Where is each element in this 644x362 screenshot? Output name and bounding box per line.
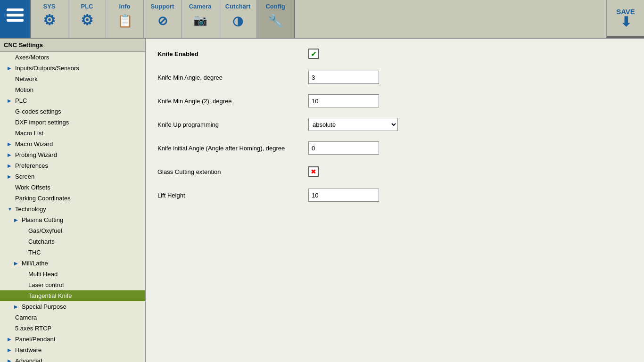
sidebar-item-panelpendant[interactable]: ▶ Panel/Pendant (0, 334, 145, 345)
sidebar-item-workoffsets-label: Work Offsets (15, 184, 50, 191)
nav-cutchart[interactable]: Cutchart ◑ (219, 0, 257, 38)
knife-enabled-value: ✔ (308, 49, 319, 59)
sidebar: CNC Settings Axes/Motors ▶ Inputs/Output… (0, 39, 146, 362)
sidebar-item-cutcharts[interactable]: Cutcharts (0, 236, 145, 247)
sidebar-item-lasercontrol[interactable]: Laser control (0, 280, 145, 290)
nav-cutchart-label: Cutchart (225, 3, 250, 10)
save-arrow-icon: ⬇ (620, 16, 631, 29)
knife-initial-angle-input[interactable] (308, 141, 379, 155)
nav-config[interactable]: Config 🔧 (257, 0, 295, 38)
sidebar-item-dxf-label: DXF import settings (15, 119, 69, 126)
sidebar-item-inputs[interactable]: ▶ Inputs/Outputs/Sensors (0, 63, 145, 74)
tools-icon: 🔧 (268, 14, 283, 28)
knife-min-angle-input[interactable] (308, 71, 379, 84)
setting-row-knife-initial-angle: Knife initial Angle (Angle after Homing)… (157, 140, 633, 156)
sidebar-item-network[interactable]: Network (0, 74, 145, 84)
setting-row-glass-cutting: Glass Cutting extention ✖ (157, 164, 633, 179)
top-nav: SYS ⚙ PLC ⚙ Info 📋 Support ⊘ Camera 📷 Cu… (0, 0, 644, 39)
arrow-icon: ▶ (8, 66, 14, 71)
sidebar-item-tangentialknife-label: Tangential Knife (28, 292, 72, 299)
sidebar-item-hardware[interactable]: ▶ Hardware (0, 345, 145, 355)
arrow-icon: ▶ (8, 174, 14, 179)
arrow-icon (21, 282, 27, 288)
knife-up-programming-label: Knife Up programming (157, 121, 308, 128)
arrow-icon (21, 293, 27, 298)
nav-plc-label: PLC (81, 3, 93, 10)
arrow-icon: ▶ (14, 217, 21, 222)
sidebar-item-advanced-label: Advanced (15, 357, 42, 362)
sidebar-item-preferences[interactable]: ▶ Preferences (0, 160, 145, 171)
sidebar-item-milllathe[interactable]: ▶ Mill/Lathe (0, 258, 145, 269)
sidebar-item-macrowizard[interactable]: ▶ Macro Wizard (0, 139, 145, 149)
sidebar-item-axes[interactable]: Axes/Motors (0, 52, 145, 63)
sidebar-item-plc[interactable]: ▶ PLC (0, 95, 145, 106)
sidebar-item-fiveaxes[interactable]: 5 axes RTCP (0, 323, 145, 334)
sidebar-item-parking-label: Parking Coordinates (15, 195, 71, 202)
glass-cutting-checkbox[interactable]: ✖ (308, 166, 319, 177)
sidebar-title: CNC Settings (0, 39, 145, 52)
arrow-icon: ▶ (8, 337, 14, 342)
nav-sys[interactable]: SYS ⚙ (31, 0, 68, 38)
arrow-icon: ▶ (8, 358, 14, 362)
nav-support[interactable]: Support ⊘ (144, 0, 182, 38)
sidebar-item-dxf[interactable]: DXF import settings (0, 117, 145, 128)
sidebar-item-thc[interactable]: THC (0, 247, 145, 258)
knife-initial-angle-value (308, 141, 379, 155)
arrow-icon: ▶ (8, 347, 14, 353)
sidebar-item-plasma-label: Plasma Cutting (22, 216, 63, 223)
arrow-icon: ▶ (8, 141, 14, 147)
sidebar-item-gcodes-label: G-codes settings (15, 108, 61, 115)
sidebar-item-plasma[interactable]: ▶ Plasma Cutting (0, 214, 145, 225)
gear2-icon: ⚙ (81, 12, 93, 28)
sidebar-item-axes-label: Axes/Motors (15, 54, 49, 61)
sidebar-item-workoffsets[interactable]: Work Offsets (0, 182, 145, 193)
sidebar-item-screen[interactable]: ▶ Screen (0, 171, 145, 182)
menu-button[interactable] (0, 0, 31, 38)
knife-min-angle2-input[interactable] (308, 94, 379, 107)
arrow-icon: ▶ (8, 98, 14, 103)
sidebar-item-motion[interactable]: Motion (0, 84, 145, 95)
sidebar-item-multihead[interactable]: Multi Head (0, 269, 145, 280)
lift-height-input[interactable] (308, 189, 379, 202)
setting-row-knife-up-programming: Knife Up programming absolute relative i… (157, 117, 633, 132)
sidebar-item-specialpurpose[interactable]: ▶ Special Purpose (0, 301, 145, 312)
knife-min-angle-label: Knife Min Angle, degree (157, 74, 308, 81)
nav-support-label: Support (151, 3, 174, 10)
sidebar-item-hardware-label: Hardware (15, 346, 41, 354)
sidebar-item-probing[interactable]: ▶ Probing Wizard (0, 149, 145, 160)
sidebar-item-technology-label: Technology (15, 206, 46, 213)
sidebar-item-camera-label: Camera (15, 314, 37, 321)
nav-sys-label: SYS (43, 3, 55, 10)
sidebar-item-macrolist[interactable]: Macro List (0, 128, 145, 139)
arrow-icon (8, 131, 14, 136)
save-button[interactable]: SAVE ⬇ (606, 0, 644, 38)
arrow-icon (21, 239, 27, 244)
sidebar-item-tangentialknife[interactable]: Tangential Knife (0, 290, 145, 301)
nav-plc[interactable]: PLC ⚙ (68, 0, 106, 38)
arrow-icon: ▼ (8, 206, 14, 212)
pie-icon: ◑ (232, 14, 243, 28)
knife-enabled-checkbox[interactable]: ✔ (308, 49, 319, 59)
sidebar-item-motion-label: Motion (15, 86, 33, 93)
glass-cutting-label: Glass Cutting extention (157, 168, 308, 175)
sidebar-item-gasoxyfuel[interactable]: Gas/Oxyfuel (0, 225, 145, 236)
arrow-icon (8, 109, 14, 114)
sidebar-item-advanced[interactable]: ▶ Advanced (0, 355, 145, 362)
arrow-icon (8, 55, 14, 60)
sidebar-item-gcodes[interactable]: G-codes settings (0, 106, 145, 117)
nav-info[interactable]: Info 📋 (106, 0, 144, 38)
sidebar-item-parking[interactable]: Parking Coordinates (0, 193, 145, 204)
arrow-icon (21, 228, 27, 233)
sidebar-item-technology[interactable]: ▼ Technology (0, 204, 145, 214)
camera-icon: 📷 (193, 14, 207, 27)
arrow-icon (8, 326, 14, 331)
nav-camera-label: Camera (189, 3, 212, 10)
arrow-icon (8, 196, 14, 201)
sidebar-item-probing-label: Probing Wizard (15, 151, 57, 158)
knife-initial-angle-label: Knife initial Angle (Angle after Homing)… (157, 145, 308, 152)
gear-icon: ⚙ (43, 12, 56, 28)
nav-camera[interactable]: Camera 📷 (182, 0, 219, 38)
sidebar-item-camera[interactable]: Camera (0, 312, 145, 323)
support-icon: ⊘ (157, 14, 168, 28)
knife-up-programming-select[interactable]: absolute relative incremental (308, 118, 398, 131)
